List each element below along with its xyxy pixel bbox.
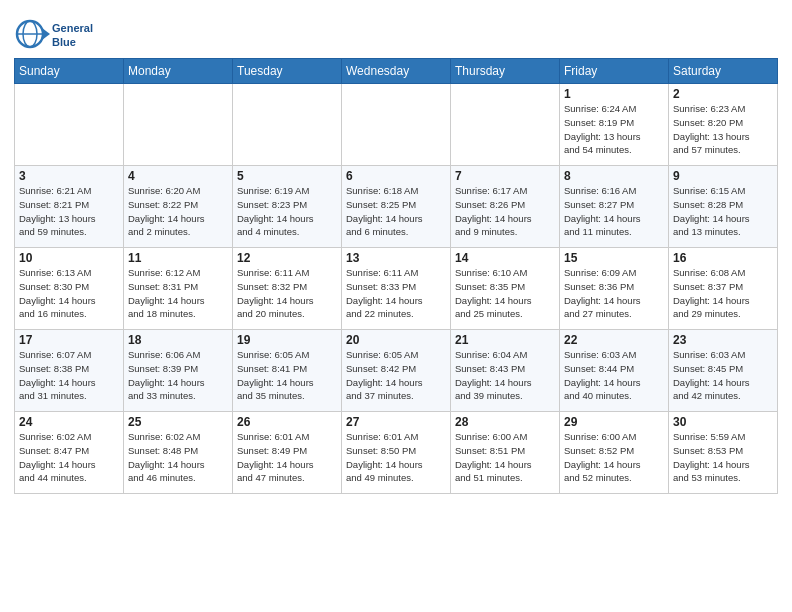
day-number: 28 — [455, 415, 555, 429]
day-number: 20 — [346, 333, 446, 347]
calendar-cell: 29Sunrise: 6:00 AMSunset: 8:52 PMDayligh… — [560, 412, 669, 494]
day-number: 26 — [237, 415, 337, 429]
calendar-cell: 7Sunrise: 6:17 AMSunset: 8:26 PMDaylight… — [451, 166, 560, 248]
calendar-cell: 26Sunrise: 6:01 AMSunset: 8:49 PMDayligh… — [233, 412, 342, 494]
svg-text:General: General — [52, 22, 93, 34]
calendar-cell: 20Sunrise: 6:05 AMSunset: 8:42 PMDayligh… — [342, 330, 451, 412]
day-info: Sunrise: 6:05 AMSunset: 8:41 PMDaylight:… — [237, 348, 337, 403]
day-info: Sunrise: 6:12 AMSunset: 8:31 PMDaylight:… — [128, 266, 228, 321]
day-info: Sunrise: 6:02 AMSunset: 8:47 PMDaylight:… — [19, 430, 119, 485]
week-row-4: 17Sunrise: 6:07 AMSunset: 8:38 PMDayligh… — [15, 330, 778, 412]
day-number: 1 — [564, 87, 664, 101]
day-info: Sunrise: 6:05 AMSunset: 8:42 PMDaylight:… — [346, 348, 446, 403]
day-info: Sunrise: 6:06 AMSunset: 8:39 PMDaylight:… — [128, 348, 228, 403]
day-info: Sunrise: 6:24 AMSunset: 8:19 PMDaylight:… — [564, 102, 664, 157]
logo-area: GeneralBlue — [14, 14, 94, 54]
day-info: Sunrise: 6:00 AMSunset: 8:52 PMDaylight:… — [564, 430, 664, 485]
calendar-cell: 14Sunrise: 6:10 AMSunset: 8:35 PMDayligh… — [451, 248, 560, 330]
weekday-header-saturday: Saturday — [669, 59, 778, 84]
logo-svg: GeneralBlue — [14, 14, 94, 54]
day-info: Sunrise: 6:07 AMSunset: 8:38 PMDaylight:… — [19, 348, 119, 403]
calendar: SundayMondayTuesdayWednesdayThursdayFrid… — [14, 58, 778, 494]
day-number: 11 — [128, 251, 228, 265]
weekday-header-tuesday: Tuesday — [233, 59, 342, 84]
calendar-cell — [451, 84, 560, 166]
day-number: 10 — [19, 251, 119, 265]
day-number: 19 — [237, 333, 337, 347]
day-info: Sunrise: 6:19 AMSunset: 8:23 PMDaylight:… — [237, 184, 337, 239]
day-number: 6 — [346, 169, 446, 183]
day-info: Sunrise: 6:10 AMSunset: 8:35 PMDaylight:… — [455, 266, 555, 321]
calendar-cell: 11Sunrise: 6:12 AMSunset: 8:31 PMDayligh… — [124, 248, 233, 330]
calendar-cell: 28Sunrise: 6:00 AMSunset: 8:51 PMDayligh… — [451, 412, 560, 494]
calendar-cell: 8Sunrise: 6:16 AMSunset: 8:27 PMDaylight… — [560, 166, 669, 248]
calendar-cell: 23Sunrise: 6:03 AMSunset: 8:45 PMDayligh… — [669, 330, 778, 412]
weekday-header-row: SundayMondayTuesdayWednesdayThursdayFrid… — [15, 59, 778, 84]
day-info: Sunrise: 6:11 AMSunset: 8:32 PMDaylight:… — [237, 266, 337, 321]
day-number: 15 — [564, 251, 664, 265]
day-info: Sunrise: 6:03 AMSunset: 8:44 PMDaylight:… — [564, 348, 664, 403]
day-number: 24 — [19, 415, 119, 429]
day-info: Sunrise: 6:04 AMSunset: 8:43 PMDaylight:… — [455, 348, 555, 403]
day-info: Sunrise: 6:08 AMSunset: 8:37 PMDaylight:… — [673, 266, 773, 321]
weekday-header-sunday: Sunday — [15, 59, 124, 84]
day-info: Sunrise: 6:15 AMSunset: 8:28 PMDaylight:… — [673, 184, 773, 239]
calendar-cell — [124, 84, 233, 166]
calendar-cell: 30Sunrise: 5:59 AMSunset: 8:53 PMDayligh… — [669, 412, 778, 494]
svg-marker-3 — [42, 28, 50, 40]
calendar-cell: 2Sunrise: 6:23 AMSunset: 8:20 PMDaylight… — [669, 84, 778, 166]
calendar-cell: 6Sunrise: 6:18 AMSunset: 8:25 PMDaylight… — [342, 166, 451, 248]
day-number: 8 — [564, 169, 664, 183]
calendar-cell: 9Sunrise: 6:15 AMSunset: 8:28 PMDaylight… — [669, 166, 778, 248]
calendar-cell: 25Sunrise: 6:02 AMSunset: 8:48 PMDayligh… — [124, 412, 233, 494]
day-number: 5 — [237, 169, 337, 183]
calendar-cell: 5Sunrise: 6:19 AMSunset: 8:23 PMDaylight… — [233, 166, 342, 248]
day-info: Sunrise: 6:20 AMSunset: 8:22 PMDaylight:… — [128, 184, 228, 239]
week-row-3: 10Sunrise: 6:13 AMSunset: 8:30 PMDayligh… — [15, 248, 778, 330]
calendar-cell: 27Sunrise: 6:01 AMSunset: 8:50 PMDayligh… — [342, 412, 451, 494]
day-number: 17 — [19, 333, 119, 347]
day-info: Sunrise: 5:59 AMSunset: 8:53 PMDaylight:… — [673, 430, 773, 485]
day-info: Sunrise: 6:01 AMSunset: 8:50 PMDaylight:… — [346, 430, 446, 485]
day-info: Sunrise: 6:13 AMSunset: 8:30 PMDaylight:… — [19, 266, 119, 321]
svg-text:Blue: Blue — [52, 36, 76, 48]
calendar-cell: 15Sunrise: 6:09 AMSunset: 8:36 PMDayligh… — [560, 248, 669, 330]
day-number: 9 — [673, 169, 773, 183]
day-info: Sunrise: 6:23 AMSunset: 8:20 PMDaylight:… — [673, 102, 773, 157]
day-info: Sunrise: 6:09 AMSunset: 8:36 PMDaylight:… — [564, 266, 664, 321]
day-number: 2 — [673, 87, 773, 101]
calendar-cell: 16Sunrise: 6:08 AMSunset: 8:37 PMDayligh… — [669, 248, 778, 330]
calendar-cell: 13Sunrise: 6:11 AMSunset: 8:33 PMDayligh… — [342, 248, 451, 330]
day-number: 25 — [128, 415, 228, 429]
week-row-5: 24Sunrise: 6:02 AMSunset: 8:47 PMDayligh… — [15, 412, 778, 494]
day-info: Sunrise: 6:18 AMSunset: 8:25 PMDaylight:… — [346, 184, 446, 239]
day-number: 13 — [346, 251, 446, 265]
weekday-header-thursday: Thursday — [451, 59, 560, 84]
weekday-header-friday: Friday — [560, 59, 669, 84]
day-number: 3 — [19, 169, 119, 183]
calendar-cell: 12Sunrise: 6:11 AMSunset: 8:32 PMDayligh… — [233, 248, 342, 330]
calendar-cell: 3Sunrise: 6:21 AMSunset: 8:21 PMDaylight… — [15, 166, 124, 248]
day-info: Sunrise: 6:17 AMSunset: 8:26 PMDaylight:… — [455, 184, 555, 239]
day-number: 14 — [455, 251, 555, 265]
week-row-1: 1Sunrise: 6:24 AMSunset: 8:19 PMDaylight… — [15, 84, 778, 166]
header: GeneralBlue — [14, 10, 778, 54]
day-info: Sunrise: 6:21 AMSunset: 8:21 PMDaylight:… — [19, 184, 119, 239]
calendar-cell: 22Sunrise: 6:03 AMSunset: 8:44 PMDayligh… — [560, 330, 669, 412]
day-number: 30 — [673, 415, 773, 429]
weekday-header-wednesday: Wednesday — [342, 59, 451, 84]
calendar-cell: 18Sunrise: 6:06 AMSunset: 8:39 PMDayligh… — [124, 330, 233, 412]
week-row-2: 3Sunrise: 6:21 AMSunset: 8:21 PMDaylight… — [15, 166, 778, 248]
calendar-cell: 21Sunrise: 6:04 AMSunset: 8:43 PMDayligh… — [451, 330, 560, 412]
calendar-cell — [233, 84, 342, 166]
calendar-cell: 10Sunrise: 6:13 AMSunset: 8:30 PMDayligh… — [15, 248, 124, 330]
day-number: 18 — [128, 333, 228, 347]
day-info: Sunrise: 6:01 AMSunset: 8:49 PMDaylight:… — [237, 430, 337, 485]
calendar-cell: 17Sunrise: 6:07 AMSunset: 8:38 PMDayligh… — [15, 330, 124, 412]
day-number: 16 — [673, 251, 773, 265]
day-number: 7 — [455, 169, 555, 183]
day-info: Sunrise: 6:11 AMSunset: 8:33 PMDaylight:… — [346, 266, 446, 321]
calendar-cell: 4Sunrise: 6:20 AMSunset: 8:22 PMDaylight… — [124, 166, 233, 248]
day-info: Sunrise: 6:02 AMSunset: 8:48 PMDaylight:… — [128, 430, 228, 485]
weekday-header-monday: Monday — [124, 59, 233, 84]
